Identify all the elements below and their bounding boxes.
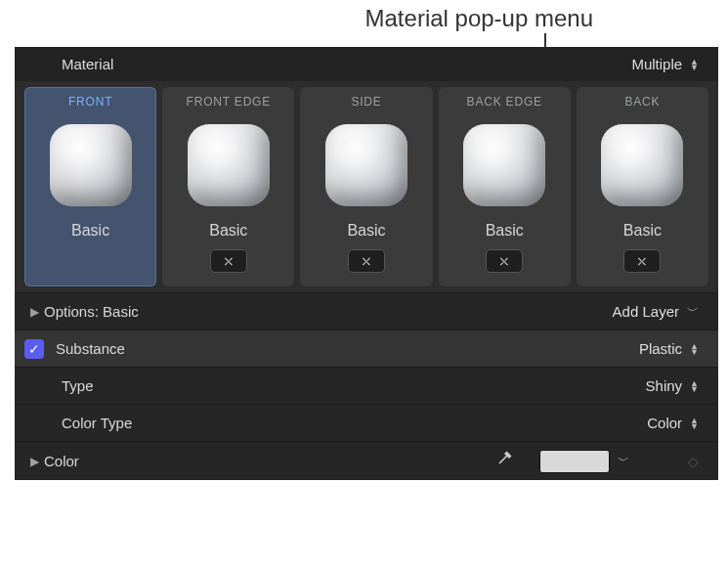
material-popup-menu[interactable]: Multiple ▲▼ <box>631 56 699 72</box>
facet-title: BACK EDGE <box>467 95 542 109</box>
material-popup-value: Multiple <box>631 56 682 72</box>
eyedropper-icon[interactable] <box>494 449 514 473</box>
updown-chevrons-icon: ▲▼ <box>690 59 699 70</box>
color-swatch[interactable] <box>539 450 610 473</box>
facet-title: SIDE <box>351 95 381 109</box>
color-label: Color <box>44 453 494 469</box>
chevron-down-icon: ﹀ <box>687 303 699 320</box>
material-preview <box>455 116 553 214</box>
material-header-label: Material <box>62 56 113 72</box>
substance-checkbox[interactable]: ✓ <box>24 339 44 359</box>
facet-title: FRONT EDGE <box>187 95 271 109</box>
add-layer-menu[interactable]: Add Layer ﹀ <box>613 303 699 320</box>
unlink-button[interactable]: ⤬ <box>210 249 247 273</box>
type-value: Shiny <box>646 377 683 394</box>
unlink-icon: ⤬ <box>223 253 235 269</box>
options-label: Options: Basic <box>44 303 613 320</box>
substance-label: Substance <box>56 340 639 357</box>
facet-side[interactable]: SIDE Basic ⤬ <box>300 87 432 286</box>
disclosure-triangle-icon[interactable]: ▶ <box>24 455 44 468</box>
facet-name: Basic <box>486 222 524 240</box>
unlink-button[interactable]: ⤬ <box>623 249 661 273</box>
facet-title: BACK <box>624 95 660 109</box>
color-type-value: Color <box>647 415 682 431</box>
unlink-icon: ⤬ <box>498 253 510 269</box>
facet-name: Basic <box>347 222 385 240</box>
facet-name: Basic <box>209 222 247 240</box>
updown-chevrons-icon: ▲▼ <box>690 417 699 429</box>
updown-chevrons-icon: ▲▼ <box>690 380 699 392</box>
material-preview <box>318 116 415 214</box>
material-header: Material Multiple ▲▼ <box>15 47 718 81</box>
substance-value: Plastic <box>639 340 682 357</box>
color-type-row: Color Type Color ▲▼ <box>15 404 718 441</box>
unlink-icon: ⤬ <box>636 253 648 269</box>
facet-front-edge[interactable]: FRONT EDGE Basic ⤬ <box>162 87 294 286</box>
facet-title: FRONT <box>68 95 112 109</box>
type-popup-menu[interactable]: Shiny ▲▼ <box>646 377 699 394</box>
facet-front[interactable]: FRONT Basic <box>24 87 156 286</box>
type-row: Type Shiny ▲▼ <box>15 367 718 404</box>
facet-name: Basic <box>623 222 662 240</box>
chevron-down-icon[interactable]: ﹀ <box>618 453 629 469</box>
color-type-label: Color Type <box>62 415 647 431</box>
unlink-icon: ⤬ <box>361 253 372 269</box>
facet-selector-row: FRONT Basic FRONT EDGE Basic ⤬ SIDE Basi… <box>15 81 718 292</box>
type-label: Type <box>62 377 646 394</box>
material-preview <box>180 116 278 214</box>
facet-back-edge[interactable]: BACK EDGE Basic ⤬ <box>439 87 571 286</box>
unlink-button[interactable]: ⤬ <box>348 249 385 273</box>
substance-popup-menu[interactable]: Plastic ▲▼ <box>639 340 699 357</box>
material-panel: Material Multiple ▲▼ FRONT Basic FRONT E… <box>15 47 718 480</box>
options-row: ▶ Options: Basic Add Layer ﹀ <box>15 292 718 329</box>
substance-row: ✓ Substance Plastic ▲▼ <box>15 329 718 367</box>
keyframe-diamond-icon[interactable]: ◇ <box>688 454 699 469</box>
annotation-label: Material pop-up menu <box>365 5 593 32</box>
unlink-button[interactable]: ⤬ <box>486 249 523 273</box>
add-layer-label: Add Layer <box>613 303 679 320</box>
material-preview <box>42 116 140 214</box>
facet-back[interactable]: BACK Basic ⤬ <box>577 87 708 286</box>
facet-name: Basic <box>71 222 109 240</box>
color-row: ▶ Color ﹀ ◇ <box>15 441 718 480</box>
disclosure-triangle-icon[interactable]: ▶ <box>24 305 44 319</box>
color-type-popup-menu[interactable]: Color ▲▼ <box>647 415 699 431</box>
updown-chevrons-icon: ▲▼ <box>690 343 699 355</box>
material-preview <box>593 116 691 214</box>
